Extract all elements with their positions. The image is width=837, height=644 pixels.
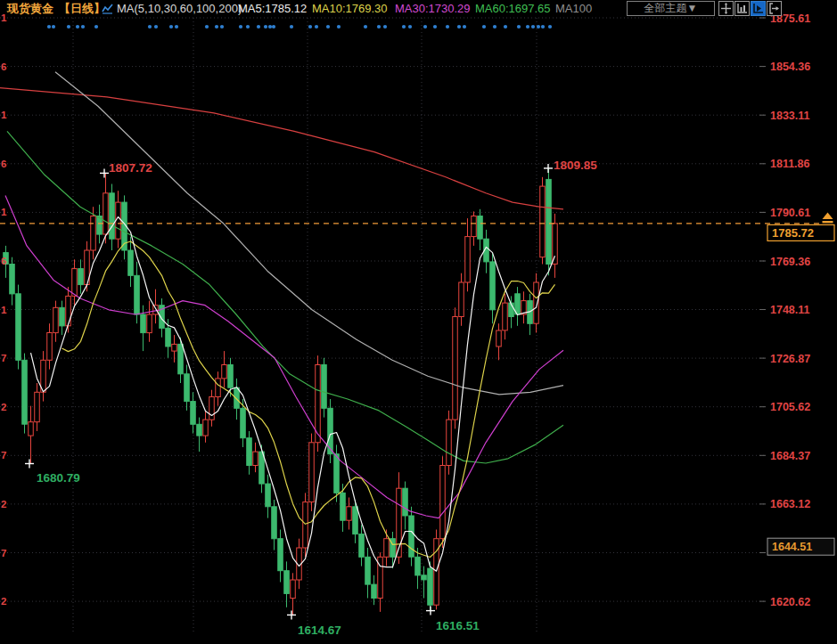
svg-text:1614.67: 1614.67 [298,624,341,637]
axis-play-icon[interactable] [751,1,766,16]
svg-text:1769.36: 1769.36 [770,256,810,268]
trading-app-window: 11875.6161854.3611833.1161811.8611790.61… [0,0,837,644]
svg-text:6: 6 [1,159,6,169]
all-themes-dropdown[interactable]: 全部主题▼ [627,1,715,16]
svg-text:1748.11: 1748.11 [770,304,810,316]
svg-text:1: 1 [1,207,7,217]
svg-text:1: 1 [1,305,7,315]
svg-text:1854.36: 1854.36 [770,61,810,73]
svg-text:7: 7 [1,450,6,461]
svg-text:1644.51: 1644.51 [772,541,812,553]
svg-text:1620.62: 1620.62 [770,596,810,608]
svg-text:1: 1 [1,110,7,120]
svg-text:1833.11: 1833.11 [770,110,810,122]
svg-text:6: 6 [1,61,6,72]
shift-right-icon[interactable] [767,1,782,16]
svg-text:2: 2 [1,499,6,509]
svg-text:1785.72: 1785.72 [772,226,814,240]
ma-settings-label[interactable]: MA(5,10,30,60,100,200) [117,2,242,15]
candlestick-chart[interactable]: 11875.6161854.3611833.1161811.8611790.61… [0,0,837,644]
ma30-value: MA30:1730.29 [395,2,471,15]
svg-text:1726.87: 1726.87 [770,353,810,365]
pan-move-icon[interactable] [718,1,734,16]
svg-text:1705.62: 1705.62 [770,401,810,413]
instrument-title: 现货黄金 [7,2,53,15]
svg-text:2: 2 [1,402,6,412]
svg-text:1811.86: 1811.86 [770,158,810,170]
svg-text:1663.12: 1663.12 [770,498,810,510]
svg-text:2: 2 [1,596,6,607]
ma60-value: MA60:1697.65 [475,2,551,15]
svg-text:7: 7 [1,353,6,363]
ma100-value: MA100 [555,2,592,15]
chart-header: 现货黄金 【日线】 MA(5,10,30,60,100,200) MA5:178… [0,0,837,17]
svg-text:1684.37: 1684.37 [770,450,810,462]
line-chart-icon[interactable] [102,3,113,17]
svg-text:1807.72: 1807.72 [109,161,152,175]
period-label[interactable]: 【日线】 [59,2,105,15]
svg-text:6: 6 [1,256,6,266]
svg-text:7: 7 [1,548,6,558]
axis-scale-icon[interactable] [734,1,750,16]
svg-text:1680.79: 1680.79 [37,471,80,485]
ma5-value: MA5:1785.12 [238,2,307,15]
svg-text:1809.85: 1809.85 [554,159,597,172]
svg-text:1616.51: 1616.51 [436,619,480,632]
svg-text:1790.61: 1790.61 [770,207,810,219]
ma10-value: MA10:1769.30 [312,2,388,15]
